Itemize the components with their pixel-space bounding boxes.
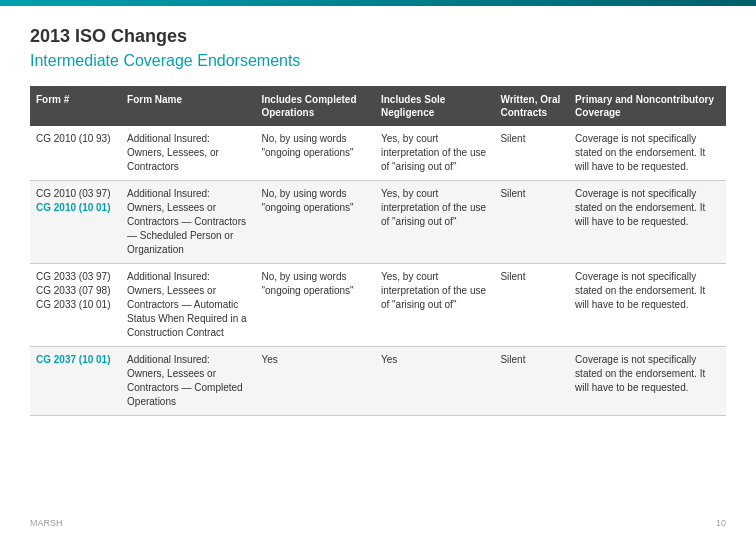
table-header-row: Form # Form Name Includes Completed Oper… xyxy=(30,86,726,126)
cell-primary-non: Coverage is not specifically stated on t… xyxy=(569,180,726,263)
cell-primary-non: Coverage is not specifically stated on t… xyxy=(569,126,726,181)
main-table: Form # Form Name Includes Completed Oper… xyxy=(30,86,726,416)
cell-written-oral: Silent xyxy=(494,126,569,181)
cell-includes-completed: Yes xyxy=(255,346,374,415)
col-header-form: Form # xyxy=(30,86,121,126)
cell-primary-non: Coverage is not specifically stated on t… xyxy=(569,263,726,346)
cell-primary-non: Coverage is not specifically stated on t… xyxy=(569,346,726,415)
table-row: CG 2033 (03 97)CG 2033 (07 98)CG 2033 (1… xyxy=(30,263,726,346)
footer: MARSH 10 xyxy=(30,518,726,528)
cell-form-name: Additional Insured: Owners, Lessees or C… xyxy=(121,180,255,263)
page-container: 2013 ISO Changes Intermediate Coverage E… xyxy=(0,6,756,436)
cell-includes-completed: No, by using words "ongoing operations" xyxy=(255,126,374,181)
cell-form-name: Additional Insured: Owners, Lessees, or … xyxy=(121,126,255,181)
table-row: CG 2010 (10 93)Additional Insured: Owner… xyxy=(30,126,726,181)
cell-form-num: CG 2037 (10 01) xyxy=(30,346,121,415)
col-header-sole: Includes Sole Negligence xyxy=(375,86,494,126)
table-row: CG 2037 (10 01)Additional Insured: Owner… xyxy=(30,346,726,415)
cell-form-num: CG 2010 (03 97)CG 2010 (10 01) xyxy=(30,180,121,263)
cell-written-oral: Silent xyxy=(494,180,569,263)
footer-right: 10 xyxy=(716,518,726,528)
col-header-name: Form Name xyxy=(121,86,255,126)
cell-includes-sole: Yes, by court interpretation of the use … xyxy=(375,180,494,263)
col-header-written: Written, Oral Contracts xyxy=(494,86,569,126)
cell-form-num: CG 2010 (10 93) xyxy=(30,126,121,181)
cell-includes-sole: Yes, by court interpretation of the use … xyxy=(375,263,494,346)
page-title: 2013 ISO Changes xyxy=(30,26,726,48)
col-header-primary: Primary and Noncontributory Coverage xyxy=(569,86,726,126)
cell-includes-completed: No, by using words "ongoing operations" xyxy=(255,263,374,346)
table-row: CG 2010 (03 97)CG 2010 (10 01)Additional… xyxy=(30,180,726,263)
col-header-completed: Includes Completed Operations xyxy=(255,86,374,126)
cell-includes-sole: Yes xyxy=(375,346,494,415)
cell-includes-completed: No, by using words "ongoing operations" xyxy=(255,180,374,263)
footer-left: MARSH xyxy=(30,518,63,528)
cell-written-oral: Silent xyxy=(494,263,569,346)
cell-written-oral: Silent xyxy=(494,346,569,415)
page-subtitle: Intermediate Coverage Endorsements xyxy=(30,52,726,70)
cell-includes-sole: Yes, by court interpretation of the use … xyxy=(375,126,494,181)
cell-form-name: Additional Insured: Owners, Lessees or C… xyxy=(121,263,255,346)
cell-form-num: CG 2033 (03 97)CG 2033 (07 98)CG 2033 (1… xyxy=(30,263,121,346)
cell-form-name: Additional Insured: Owners, Lessees or C… xyxy=(121,346,255,415)
